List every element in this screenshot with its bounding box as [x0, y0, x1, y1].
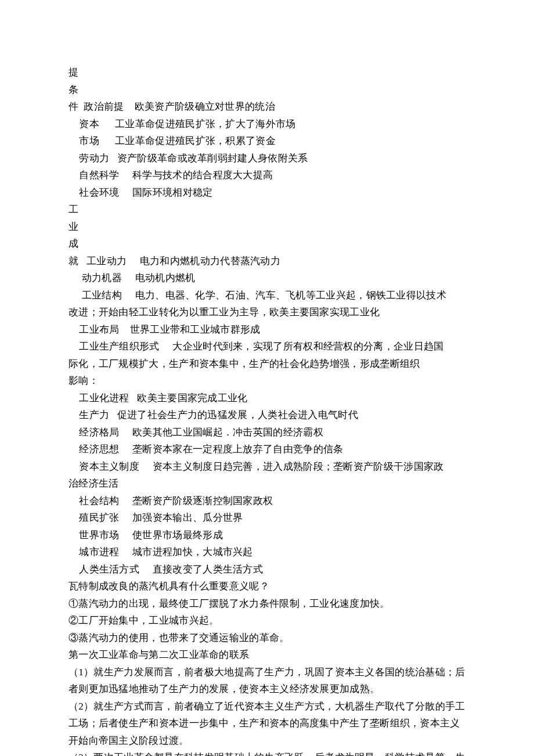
- text-line: 瓦特制成改良的蒸汽机具有什么重要意义呢？: [68, 578, 466, 595]
- text-line: 际化，工厂规模扩大，生产和资本集中，生产的社会化趋势增强，形成垄断组织: [68, 355, 466, 373]
- text-line: 生产力 促进了社会生产力的迅猛发展，人类社会进入电气时代: [68, 406, 466, 424]
- document-body: 提条件 政治前提 欧美资产阶级确立对世界的统治 资本 工业革命促进殖民扩张，扩大…: [68, 64, 466, 756]
- text-line: 殖民扩张 加强资本输出、瓜分世界: [68, 509, 466, 527]
- text-line: 就 工业动力 电力和内燃机动力代替蒸汽动力: [68, 253, 466, 270]
- text-line: ②工厂开始集中，工业城市兴起。: [68, 612, 466, 629]
- text-line: 自然科学 科学与技术的结合程度大大提高: [68, 167, 466, 184]
- text-line: 经济思想 垄断资本家在一定程度上放弃了自由竞争的信条: [68, 441, 466, 458]
- text-line: 城市进程 城市进程加快，大城市兴起: [68, 543, 466, 561]
- text-line: 业: [68, 218, 466, 236]
- text-line: 动力机器 电动机内燃机: [68, 269, 466, 287]
- text-line: 资本主义制度 资本主义制度日趋完善，进入成熟阶段；垄断资产阶级干涉国家政: [68, 458, 466, 476]
- text-line: 者则更加迅猛地推动了生产力的发展，使资本主义经济发展更加成熟。: [68, 681, 466, 698]
- text-line: 工业生产组织形式 大企业时代到来，实现了所有权和经营权的分离，企业日趋国: [68, 338, 466, 355]
- text-line: 第一次工业革命与第二次工业革命的联系: [68, 646, 466, 664]
- text-line: 资本 工业革命促进殖民扩张，扩大了海外市场: [68, 116, 466, 133]
- text-line: 提: [68, 64, 466, 81]
- text-line: 市场 工业革命促进殖民扩张，积累了资金: [68, 132, 466, 150]
- text-line: 工业化进程 欧美主要国家完成工业化: [68, 390, 466, 407]
- text-line: 工业结构 电力、电器、化学、石油、汽车、飞机等工业兴起，钢铁工业得以技术: [68, 287, 466, 304]
- text-line: 治经济生活: [68, 475, 466, 492]
- text-line: 工业布局 世界工业带和工业城市群形成: [68, 321, 466, 339]
- text-line: 世界市场 使世界市场最终形成: [68, 527, 466, 544]
- document-page: 提条件 政治前提 欧美资产阶级确立对世界的统治 资本 工业革命促进殖民扩张，扩大…: [0, 0, 534, 756]
- text-line: （3）两次工业革命都是在科技发明基础上的生产飞跃，后者尤为明显，科学技术是第一生: [68, 749, 466, 756]
- text-line: 条: [68, 81, 466, 99]
- text-line: （1）就生产力发展而言，前者极大地提高了生产力，巩固了资本主义各国的统治基础；后: [68, 664, 466, 681]
- text-line: 劳动力 资产阶级革命或改革削弱封建人身依附关系: [68, 150, 466, 167]
- text-line: 工: [68, 201, 466, 218]
- text-line: 成: [68, 235, 466, 253]
- text-line: 社会结构 垄断资产阶级逐渐控制国家政权: [68, 492, 466, 510]
- text-line: 工场；后者使生产和资本进一步集中，生产和资本的高度集中产生了垄断组织，资本主义: [68, 715, 466, 732]
- text-line: 人类生活方式 直接改变了人类生活方式: [68, 561, 466, 578]
- text-line: ①蒸汽动力的出现，最终使工厂摆脱了水力条件限制，工业化速度加快。: [68, 595, 466, 613]
- text-line: 件 政治前提 欧美资产阶级确立对世界的统治: [68, 98, 466, 116]
- text-line: 改进；开始由轻工业转化为以重工业为主导，欧美主要国家实现工业化: [68, 304, 466, 321]
- text-line: 开始向帝国主义阶段过渡。: [68, 732, 466, 750]
- text-line: 影响：: [68, 372, 466, 390]
- text-line: 社会环境 国际环境相对稳定: [68, 184, 466, 201]
- text-line: ③蒸汽动力的使用，也带来了交通运输业的革命。: [68, 629, 466, 647]
- text-line: 经济格局 欧美其他工业国崛起．冲击英国的经济霸权: [68, 424, 466, 441]
- text-line: （2）就生产方式而言，前者确立了近代资本主义生产方式，大机器生产取代了分散的手工: [68, 698, 466, 715]
